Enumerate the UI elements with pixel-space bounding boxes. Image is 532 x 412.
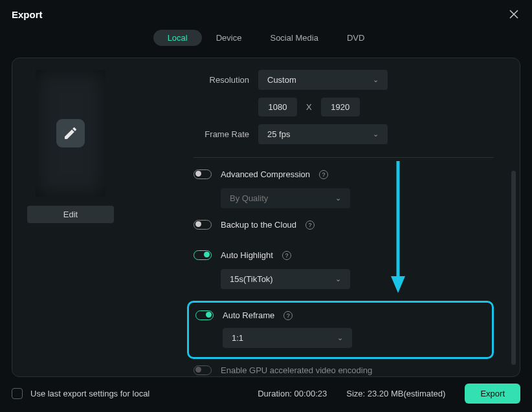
backup-cloud-label: Backup to the Cloud bbox=[221, 220, 296, 230]
close-button[interactable] bbox=[507, 8, 520, 21]
size-label: Size: bbox=[346, 389, 365, 398]
gpu-row: Enable GPU accelerated video encoding bbox=[194, 365, 494, 375]
compression-mode-dropdown: By Quality ⌄ bbox=[221, 188, 350, 208]
auto-highlight-dropdown[interactable]: 15s(TikTok) ⌄ bbox=[221, 269, 350, 289]
help-icon[interactable]: ? bbox=[282, 251, 291, 260]
divider bbox=[194, 157, 494, 158]
width-input[interactable]: 1080 bbox=[258, 98, 297, 116]
arrow-annotation bbox=[389, 161, 407, 299]
framerate-label: Frame Rate bbox=[194, 129, 249, 139]
tab-local[interactable]: Local bbox=[153, 30, 202, 46]
tab-device[interactable]: Device bbox=[202, 30, 256, 46]
gpu-label: Enable GPU accelerated video encoding bbox=[221, 365, 372, 375]
edit-button[interactable]: Edit bbox=[27, 206, 114, 223]
tab-dvd[interactable]: DVD bbox=[333, 30, 379, 46]
edit-icon bbox=[56, 119, 85, 147]
help-icon[interactable]: ? bbox=[319, 170, 328, 179]
adv-compression-label: Advanced Compression bbox=[221, 169, 310, 179]
preview-panel: Edit bbox=[12, 58, 129, 376]
dimension-separator: X bbox=[306, 102, 312, 112]
auto-highlight-row: Auto Highlight ? bbox=[194, 250, 494, 260]
auto-reframe-highlight: Auto Reframe ? 1:1 ⌄ bbox=[187, 301, 494, 359]
preview-thumbnail bbox=[36, 70, 105, 197]
use-last-settings-label: Use last export settings for local bbox=[30, 389, 250, 398]
resolution-value: Custom bbox=[267, 75, 296, 85]
framerate-value: 25 fps bbox=[267, 129, 290, 139]
settings-panel: Resolution Custom ⌄ 1080 X 1920 Frame Ra… bbox=[129, 58, 520, 376]
footer: Use last export settings for local Durat… bbox=[0, 377, 532, 410]
close-icon bbox=[509, 9, 519, 19]
dimensions-row: 1080 X 1920 bbox=[258, 98, 494, 116]
duration-value: 00:00:23 bbox=[294, 389, 327, 398]
help-icon[interactable]: ? bbox=[283, 311, 293, 320]
auto-reframe-toggle[interactable] bbox=[195, 310, 214, 320]
backup-cloud-row: Backup to the Cloud ? bbox=[194, 220, 494, 230]
auto-highlight-value: 15s(TikTok) bbox=[230, 274, 273, 284]
height-input[interactable]: 1920 bbox=[321, 98, 360, 116]
content-area: Edit Resolution Custom ⌄ 1080 X 1920 Fra… bbox=[12, 58, 520, 377]
help-icon[interactable]: ? bbox=[305, 221, 315, 230]
export-button[interactable]: Export bbox=[465, 384, 520, 404]
auto-reframe-label: Auto Reframe bbox=[223, 310, 274, 320]
duration-label: Duration: bbox=[258, 389, 292, 398]
resolution-label: Resolution bbox=[194, 75, 249, 85]
size-value: 23.20 MB(estimated) bbox=[368, 389, 446, 398]
chevron-down-icon: ⌄ bbox=[337, 334, 343, 342]
dialog-header: Export bbox=[0, 0, 532, 30]
framerate-dropdown[interactable]: 25 fps ⌄ bbox=[258, 124, 388, 144]
tab-social-media[interactable]: Social Media bbox=[256, 30, 332, 46]
export-tabs: Local Device Social Media DVD bbox=[0, 30, 532, 46]
auto-reframe-dropdown[interactable]: 1:1 ⌄ bbox=[223, 328, 352, 348]
dialog-title: Export bbox=[12, 9, 43, 20]
chevron-down-icon: ⌄ bbox=[335, 275, 341, 283]
chevron-down-icon: ⌄ bbox=[373, 76, 379, 84]
scrollbar[interactable] bbox=[511, 171, 516, 365]
duration-info: Duration: 00:00:23 bbox=[258, 389, 327, 398]
auto-highlight-label: Auto Highlight bbox=[221, 250, 273, 260]
compression-mode-value: By Quality bbox=[230, 193, 268, 203]
gpu-toggle[interactable] bbox=[194, 365, 212, 375]
resolution-dropdown[interactable]: Custom ⌄ bbox=[258, 70, 388, 90]
backup-cloud-toggle[interactable] bbox=[194, 220, 212, 230]
auto-highlight-toggle[interactable] bbox=[194, 250, 212, 260]
adv-compression-row: Advanced Compression ? bbox=[194, 169, 494, 179]
auto-reframe-row: Auto Reframe ? bbox=[195, 310, 480, 320]
chevron-down-icon: ⌄ bbox=[335, 194, 341, 202]
use-last-settings-checkbox[interactable] bbox=[12, 388, 23, 399]
framerate-row: Frame Rate 25 fps ⌄ bbox=[194, 124, 494, 144]
size-info: Size: 23.20 MB(estimated) bbox=[346, 389, 445, 398]
auto-reframe-value: 1:1 bbox=[232, 333, 243, 343]
adv-compression-toggle[interactable] bbox=[194, 169, 212, 179]
resolution-row: Resolution Custom ⌄ bbox=[194, 70, 494, 90]
chevron-down-icon: ⌄ bbox=[373, 130, 379, 138]
